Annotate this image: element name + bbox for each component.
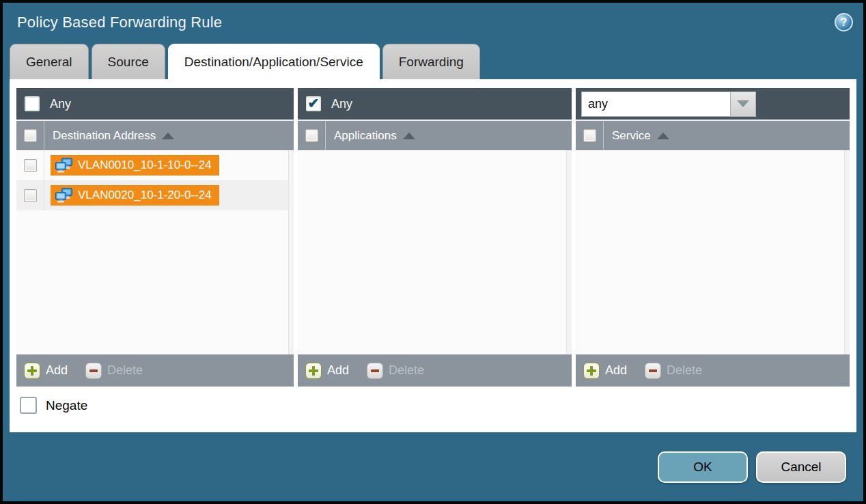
columns-container: Any Destination Address — [16, 88, 850, 387]
add-button-label: Add — [327, 363, 349, 378]
applications-column-header[interactable]: Applications — [334, 129, 397, 143]
delete-button-label: Delete — [107, 363, 143, 378]
delete-button-label: Delete — [389, 363, 424, 378]
add-plus-icon — [305, 363, 322, 379]
checkmark-icon: ✔ — [308, 96, 320, 110]
help-icon[interactable]: ? — [835, 13, 853, 31]
destination-add-button[interactable]: Add — [24, 363, 68, 379]
service-delete-button[interactable]: Delete — [645, 363, 702, 379]
service-footer-bar: Add Delete — [576, 354, 850, 387]
destination-select-all-cell — [16, 121, 44, 150]
service-header-row: Service — [576, 120, 850, 150]
address-object-label: VLAN0020_10-1-20-0--24 — [78, 188, 212, 202]
add-plus-icon — [24, 363, 40, 379]
delete-minus-icon — [367, 363, 383, 379]
destination-select-all-checkbox[interactable] — [24, 129, 37, 142]
destination-any-checkbox[interactable] — [25, 96, 40, 111]
row-checkbox[interactable] — [24, 159, 37, 172]
row-checkbox[interactable] — [24, 189, 37, 202]
applications-header-row: Applications — [298, 120, 572, 150]
network-address-icon — [55, 158, 73, 173]
applications-any-bar: ✔ Any — [298, 88, 572, 120]
service-dropdown-value: any — [581, 92, 731, 117]
destination-any-label: Any — [50, 97, 71, 111]
service-dropdown-bar: any — [576, 88, 850, 120]
destination-any-bar: Any — [16, 88, 294, 120]
destination-address-column: Any Destination Address — [16, 88, 294, 387]
service-select-all-cell — [576, 121, 604, 150]
negate-checkbox[interactable] — [20, 397, 37, 414]
service-dropdown[interactable]: any — [581, 92, 756, 117]
applications-delete-button[interactable]: Delete — [367, 363, 424, 379]
add-button-label: Add — [605, 363, 627, 378]
row-checkbox-cell — [16, 180, 44, 210]
applications-footer-bar: Add Delete — [298, 354, 572, 387]
table-row: VLAN0010_10-1-10-0--24 — [16, 150, 294, 180]
applications-list — [298, 150, 572, 354]
service-select-all-checkbox[interactable] — [583, 129, 596, 142]
address-object-label: VLAN0010_10-1-10-0--24 — [78, 158, 212, 172]
address-object-vlan0020[interactable]: VLAN0020_10-1-20-0--24 — [51, 185, 219, 206]
sort-ascending-icon — [657, 132, 669, 139]
destination-delete-button[interactable]: Delete — [85, 363, 143, 379]
policy-based-forwarding-dialog: Policy Based Forwarding Rule ? General S… — [0, 0, 866, 504]
service-list-scrollbar[interactable] — [844, 150, 850, 354]
address-object-vlan0010[interactable]: VLAN0010_10-1-10-0--24 — [51, 155, 219, 176]
applications-any-label: Any — [331, 97, 352, 111]
applications-any-checkbox[interactable]: ✔ — [306, 96, 321, 111]
sort-ascending-icon — [403, 132, 415, 139]
destination-address-column-header[interactable]: Destination Address — [53, 129, 156, 143]
dialog-title-bar: Policy Based Forwarding Rule ? — [3, 3, 863, 42]
network-address-icon — [55, 188, 73, 203]
add-plus-icon — [583, 363, 600, 379]
tab-content-panel: Any Destination Address — [10, 79, 856, 432]
sort-ascending-icon — [162, 132, 174, 139]
destination-address-header-row: Destination Address — [16, 120, 294, 150]
service-list — [576, 150, 850, 354]
service-column: any Service — [576, 88, 850, 387]
applications-select-all-cell — [298, 121, 326, 150]
applications-add-button[interactable]: Add — [305, 363, 349, 379]
tab-bar: General Source Destination/Application/S… — [3, 42, 863, 79]
applications-list-scrollbar[interactable] — [566, 150, 572, 354]
cancel-button[interactable]: Cancel — [756, 451, 846, 483]
dialog-title: Policy Based Forwarding Rule — [17, 14, 222, 31]
applications-column: ✔ Any Applications Add — [298, 88, 572, 387]
delete-minus-icon — [85, 363, 102, 379]
help-glyph: ? — [841, 16, 848, 29]
ok-button[interactable]: OK — [658, 451, 748, 483]
destination-list-scrollbar[interactable] — [288, 150, 294, 354]
dialog-action-bar: OK Cancel — [3, 432, 863, 501]
tab-general[interactable]: General — [10, 44, 89, 79]
dropdown-arrow-button[interactable] — [731, 92, 756, 117]
service-add-button[interactable]: Add — [583, 363, 627, 379]
tab-destination-application-service[interactable]: Destination/Application/Service — [168, 44, 380, 79]
row-checkbox-cell — [16, 150, 44, 180]
negate-row: Negate — [16, 397, 850, 414]
delete-minus-icon — [645, 363, 661, 379]
tab-forwarding[interactable]: Forwarding — [382, 44, 480, 79]
destination-address-list: VLAN0010_10-1-10-0--24 — [16, 150, 294, 354]
chevron-down-icon — [737, 100, 749, 107]
destination-footer-bar: Add Delete — [16, 354, 294, 387]
service-column-header[interactable]: Service — [612, 129, 651, 143]
table-row: VLAN0020_10-1-20-0--24 — [16, 180, 294, 210]
applications-select-all-checkbox[interactable] — [305, 129, 318, 142]
tab-source[interactable]: Source — [92, 44, 165, 79]
negate-label: Negate — [46, 398, 87, 413]
add-button-label: Add — [46, 363, 68, 378]
delete-button-label: Delete — [667, 363, 702, 378]
